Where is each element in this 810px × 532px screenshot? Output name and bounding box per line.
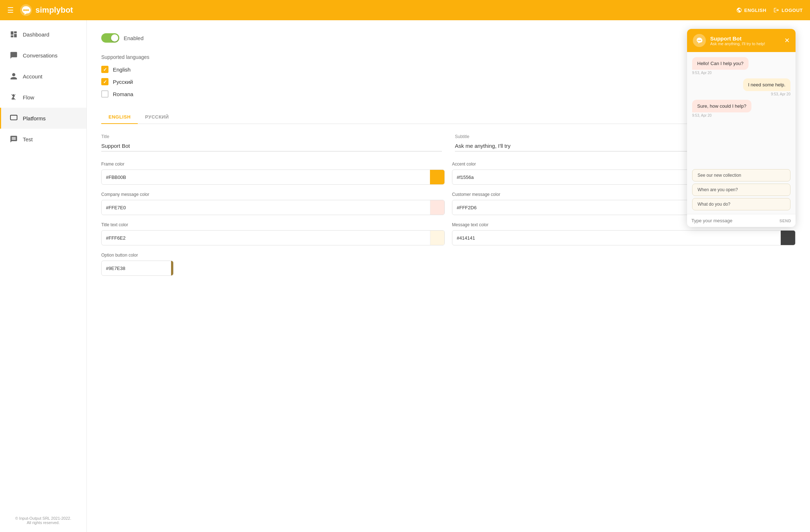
company-msg-color-input[interactable]: [102, 201, 430, 214]
chat-bubble-user-1: I need some help.: [743, 78, 790, 91]
account-icon: [10, 72, 18, 80]
company-msg-color-field: Company message color: [101, 192, 445, 215]
chat-option-3[interactable]: What do you do?: [692, 198, 790, 210]
title-text-color-input[interactable]: [102, 232, 430, 244]
logout-label: LOGOUT: [781, 8, 803, 13]
svg-rect-4: [10, 115, 17, 120]
msg-text-color-swatch[interactable]: [781, 231, 795, 245]
sidebar-item-account[interactable]: Account: [0, 66, 86, 87]
chat-option-1[interactable]: See our new collection: [692, 169, 790, 181]
sidebar-footer: © Input-Output SRL 2021-2022.All rights …: [0, 516, 86, 525]
sidebar-item-test[interactable]: Test: [0, 129, 86, 150]
chat-option-2[interactable]: When are you open?: [692, 184, 790, 196]
chat-preview: Support Bot Ask me anything, I'll try to…: [687, 29, 796, 227]
language-label: ENGLISH: [744, 8, 766, 13]
sidebar-item-label: Platforms: [23, 115, 46, 121]
chat-message-bot-2: Sure, how could I help? 9:53, Apr 20: [692, 100, 751, 117]
svg-point-7: [700, 40, 701, 41]
flow-icon: [10, 93, 18, 101]
chat-messages: Hello! Can I help you? 9:53, Apr 20 I ne…: [687, 52, 796, 168]
svg-point-1: [23, 9, 25, 11]
lang-checkbox-english[interactable]: [101, 66, 108, 73]
title-text-color-field: Title text color: [101, 222, 445, 245]
chat-header-info: Support Bot Ask me anything, I'll try to…: [710, 35, 780, 46]
frame-color-swatch[interactable]: [430, 170, 444, 184]
lang-checkbox-russian[interactable]: [101, 78, 108, 85]
svg-point-2: [25, 9, 27, 11]
sidebar-item-flow[interactable]: Flow: [0, 87, 86, 108]
title-label: Title: [101, 134, 442, 139]
option-btn-color-input[interactable]: [102, 262, 171, 275]
tab-russian[interactable]: РУССКИЙ: [138, 111, 176, 124]
option-btn-color-swatch[interactable]: [171, 261, 174, 275]
lang-label-english: English: [113, 66, 131, 73]
test-icon: [10, 135, 18, 143]
sidebar-item-dashboard[interactable]: Dashboard: [0, 24, 86, 45]
svg-point-3: [27, 9, 29, 11]
frame-color-input[interactable]: [102, 171, 430, 184]
chat-time-user-1: 9:53, Apr 20: [743, 92, 790, 96]
platforms-icon: [10, 114, 18, 122]
tab-english[interactable]: ENGLISH: [101, 111, 138, 124]
title-text-color-label: Title text color: [101, 222, 445, 227]
chat-logo-icon: [695, 37, 703, 44]
logo-icon: [20, 4, 33, 17]
chat-time-bot-1: 9:53, Apr 20: [692, 71, 749, 75]
hamburger-icon[interactable]: ☰: [7, 6, 14, 14]
svg-point-5: [698, 40, 698, 41]
sidebar-item-conversations[interactable]: Conversations: [0, 45, 86, 66]
language-selector[interactable]: ENGLISH: [736, 7, 766, 13]
msg-text-color-input-row: [452, 230, 796, 245]
sidebar-item-label: Test: [23, 136, 33, 142]
title-field: Title: [101, 134, 442, 151]
frame-color-input-row: [101, 170, 445, 185]
lang-label-russian: Русский: [113, 79, 133, 85]
toggle-label: Enabled: [124, 35, 144, 41]
option-button-color-field: Option button color: [101, 253, 796, 276]
option-btn-color-label: Option button color: [101, 253, 174, 258]
sidebar-item-label: Conversations: [23, 52, 57, 59]
navbar: ☰ simplybot ENGLISH LOGOUT: [0, 0, 810, 20]
logo: simplybot: [20, 4, 73, 17]
msg-text-color-input[interactable]: [452, 232, 781, 244]
sidebar-item-label: Dashboard: [23, 31, 49, 38]
sidebar-item-label: Account: [23, 73, 42, 80]
chat-header-logo: [693, 34, 706, 47]
chat-send-button[interactable]: SEND: [779, 219, 791, 223]
chat-subtitle: Ask me anything, I'll try to help!: [710, 42, 780, 46]
title-text-color-input-row: [101, 230, 445, 245]
svg-point-6: [699, 40, 700, 41]
title-text-color-swatch[interactable]: [430, 231, 444, 245]
chat-message-input[interactable]: [691, 218, 779, 223]
option-btn-color: Option button color: [101, 253, 174, 276]
chat-options: See our new collection When are you open…: [687, 168, 796, 214]
title-input[interactable]: [101, 141, 442, 151]
chat-title: Support Bot: [710, 35, 780, 42]
lang-checkbox-romana[interactable]: [101, 90, 108, 98]
conversations-icon: [10, 51, 18, 59]
logout-button[interactable]: LOGOUT: [773, 7, 803, 13]
logo-text: simplybot: [35, 5, 73, 15]
chat-bubble-bot-1: Hello! Can I help you?: [692, 57, 749, 70]
sidebar-item-label: Flow: [23, 94, 34, 100]
chat-header: Support Bot Ask me anything, I'll try to…: [687, 29, 796, 52]
chat-message-user-1: I need some help. 9:53, Apr 20: [743, 78, 790, 96]
footer-text: © Input-Output SRL 2021-2022.All rights …: [15, 516, 71, 525]
navbar-left: ☰ simplybot: [7, 4, 73, 17]
chat-close-button[interactable]: ✕: [784, 37, 790, 44]
logout-icon: [773, 7, 779, 13]
company-msg-color-label: Company message color: [101, 192, 445, 197]
company-msg-color-swatch[interactable]: [430, 200, 444, 215]
frame-color-field: Frame color: [101, 162, 445, 185]
lang-label-romana: Romana: [113, 91, 133, 97]
sidebar-item-platforms[interactable]: Platforms: [0, 108, 86, 129]
chat-input-row: SEND: [687, 214, 796, 227]
sidebar: Dashboard Conversations Account Flow Pla…: [0, 20, 87, 532]
enabled-toggle[interactable]: [101, 33, 119, 43]
language-icon: [736, 7, 742, 13]
chat-time-bot-2: 9:53, Apr 20: [692, 113, 751, 117]
navbar-right: ENGLISH LOGOUT: [736, 7, 803, 13]
sidebar-nav: Dashboard Conversations Account Flow Pla…: [0, 20, 86, 150]
chat-message-bot-1: Hello! Can I help you? 9:53, Apr 20: [692, 57, 749, 75]
dashboard-icon: [10, 30, 18, 38]
